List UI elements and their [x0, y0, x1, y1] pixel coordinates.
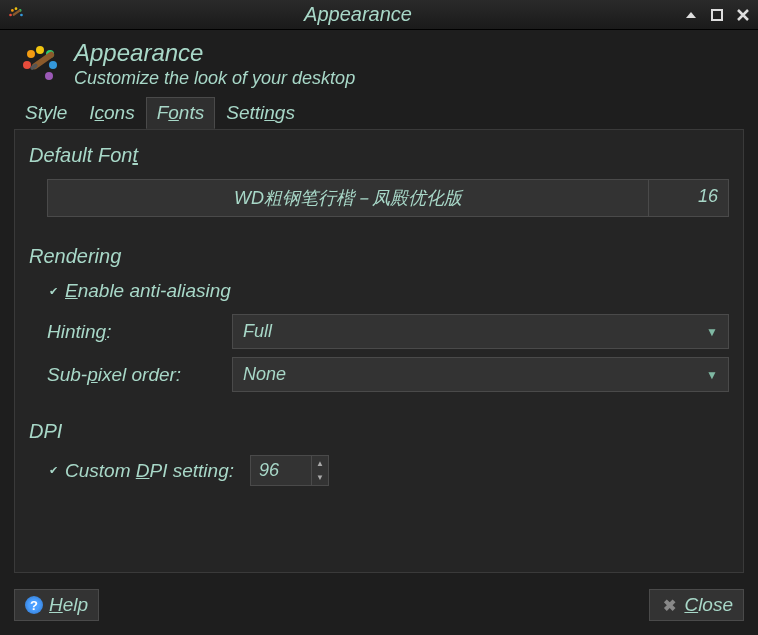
font-size-button[interactable]: 16 — [649, 179, 729, 217]
tab-icons[interactable]: Icons — [78, 97, 145, 129]
dpi-spinner[interactable]: 96 ▲ ▼ — [250, 455, 329, 486]
svg-point-2 — [15, 7, 18, 10]
default-font-label: Default Font — [29, 144, 729, 167]
appearance-window: Appearance — [0, 0, 758, 635]
tab-bar: Style Icons Fonts Settings — [0, 97, 758, 129]
hinting-dropdown[interactable]: Full ▼ — [232, 314, 729, 349]
chevron-down-icon: ▼ — [706, 368, 718, 382]
svg-point-1 — [11, 9, 14, 12]
checkmark-icon: ✔ — [47, 285, 59, 297]
dpi-value[interactable]: 96 — [251, 456, 311, 485]
tab-settings[interactable]: Settings — [215, 97, 306, 129]
subpixel-label: Sub-pixel order: — [47, 364, 222, 386]
svg-point-4 — [20, 13, 23, 16]
close-button[interactable]: ✖ Close — [649, 589, 744, 621]
maximize-icon[interactable] — [708, 6, 726, 24]
close-label: Close — [684, 594, 733, 616]
window-controls — [682, 6, 752, 24]
svg-point-8 — [27, 50, 35, 58]
fonts-panel: Default Font WD粗钢笔行楷－凤殿优化版 16 Rendering … — [14, 129, 744, 573]
spinner-up-icon[interactable]: ▲ — [312, 456, 328, 470]
window-title: Appearance — [34, 3, 682, 26]
svg-point-0 — [9, 13, 12, 16]
custom-dpi-label[interactable]: Custom DPI setting: — [65, 460, 234, 482]
svg-point-12 — [45, 72, 53, 80]
help-label: Help — [49, 594, 88, 616]
tab-style[interactable]: Style — [14, 97, 78, 129]
subpixel-value: None — [243, 364, 286, 385]
footer: ? Help ✖ Close — [0, 583, 758, 635]
help-button[interactable]: ? Help — [14, 589, 99, 621]
rollup-icon[interactable] — [682, 6, 700, 24]
svg-point-7 — [23, 61, 31, 69]
svg-point-9 — [36, 46, 44, 54]
font-name-button[interactable]: WD粗钢笔行楷－凤殿优化版 — [47, 179, 649, 217]
svg-rect-6 — [712, 10, 722, 20]
dpi-label: DPI — [29, 420, 729, 443]
spinner-down-icon[interactable]: ▼ — [312, 470, 328, 484]
titlebar: Appearance — [0, 0, 758, 30]
hinting-row: Hinting: Full ▼ — [47, 314, 729, 349]
subpixel-row: Sub-pixel order: None ▼ — [47, 357, 729, 392]
close-icon[interactable] — [734, 6, 752, 24]
svg-point-11 — [49, 61, 57, 69]
close-x-icon: ✖ — [660, 596, 678, 614]
help-icon: ? — [25, 596, 43, 614]
hinting-value: Full — [243, 321, 272, 342]
checkmark-icon[interactable]: ✔ — [47, 465, 59, 477]
tab-fonts[interactable]: Fonts — [146, 97, 216, 129]
chevron-down-icon: ▼ — [706, 325, 718, 339]
enable-aa-label: Enable anti-aliasing — [65, 280, 231, 302]
header-text: Appearance Customize the look of your de… — [74, 40, 355, 89]
rendering-label: Rendering — [29, 245, 729, 268]
hinting-label: Hinting: — [47, 321, 222, 343]
font-selector[interactable]: WD粗钢笔行楷－凤殿优化版 16 — [47, 179, 729, 217]
enable-aa-checkbox[interactable]: ✔ Enable anti-aliasing — [47, 280, 729, 302]
custom-dpi-row: ✔ Custom DPI setting: 96 ▲ ▼ — [47, 455, 729, 486]
app-icon — [6, 5, 26, 25]
page-title: Appearance — [74, 40, 355, 66]
page-subtitle: Customize the look of your desktop — [74, 68, 355, 89]
subpixel-dropdown[interactable]: None ▼ — [232, 357, 729, 392]
header: Appearance Customize the look of your de… — [0, 30, 758, 97]
appearance-icon — [18, 43, 62, 87]
